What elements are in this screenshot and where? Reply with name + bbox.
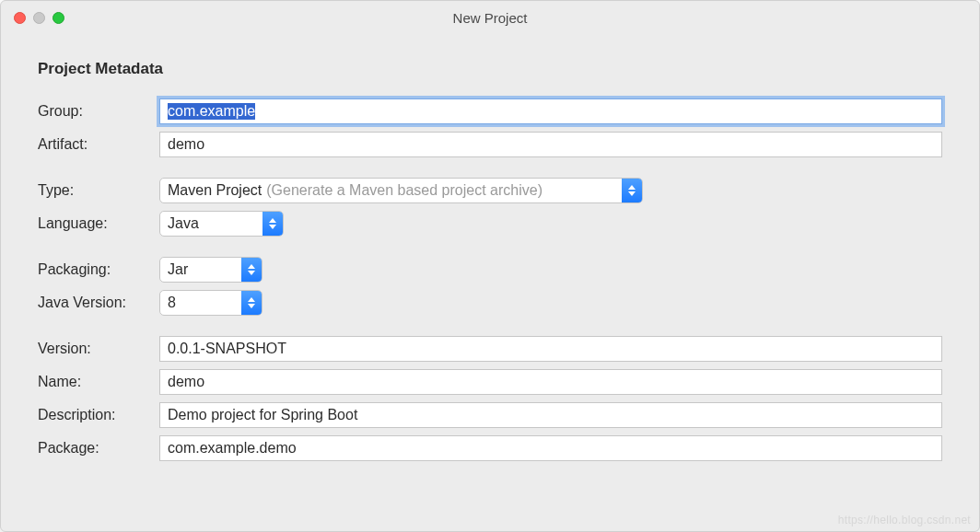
section-title: Project Metadata — [38, 60, 942, 78]
maximize-icon[interactable] — [52, 12, 64, 24]
packaging-select[interactable]: Jar — [159, 257, 262, 283]
minimize-icon[interactable] — [33, 12, 45, 24]
packaging-select-value: Jar — [160, 258, 241, 282]
artifact-input[interactable] — [159, 132, 942, 157]
name-label: Name: — [38, 368, 159, 396]
type-value-text: Maven Project — [168, 182, 262, 199]
chevron-up-down-icon — [262, 212, 283, 236]
chevron-up-down-icon — [622, 179, 642, 202]
language-label: Language: — [38, 210, 159, 237]
content: Project Metadata Group: Artifact: Type: … — [1, 34, 979, 483]
packaging-label: Packaging: — [38, 256, 159, 283]
chevron-up-down-icon — [241, 291, 262, 315]
traffic-lights — [14, 12, 64, 24]
name-input[interactable] — [159, 369, 942, 395]
version-label: Version: — [38, 335, 159, 363]
group-label: Group: — [38, 98, 159, 125]
group-input[interactable] — [159, 98, 942, 124]
type-select[interactable]: Maven Project (Generate a Maven based pr… — [159, 178, 643, 203]
artifact-label: Artifact: — [38, 131, 159, 158]
package-input[interactable] — [159, 435, 942, 461]
version-input[interactable] — [159, 336, 942, 362]
java-version-select[interactable]: 8 — [159, 290, 262, 316]
titlebar: New Project — [1, 1, 979, 34]
close-icon[interactable] — [14, 12, 26, 24]
language-select[interactable]: Java — [159, 211, 284, 237]
new-project-window: New Project Project Metadata Group: Arti… — [0, 0, 980, 532]
watermark: https://hello.blog.csdn.net — [838, 514, 971, 526]
java-version-select-value: 8 — [160, 291, 241, 315]
type-select-value: Maven Project (Generate a Maven based pr… — [160, 179, 622, 202]
description-label: Description: — [38, 401, 159, 429]
type-hint-text: (Generate a Maven based project archive) — [266, 182, 542, 199]
description-input[interactable] — [159, 402, 942, 428]
java-version-label: Java Version: — [38, 289, 159, 317]
language-select-value: Java — [160, 212, 262, 236]
window-title: New Project — [1, 10, 979, 26]
chevron-up-down-icon — [241, 258, 262, 282]
type-label: Type: — [38, 177, 159, 204]
package-label: Package: — [38, 434, 159, 462]
project-metadata-form: Group: Artifact: Type: Maven Project (Ge… — [38, 95, 942, 465]
